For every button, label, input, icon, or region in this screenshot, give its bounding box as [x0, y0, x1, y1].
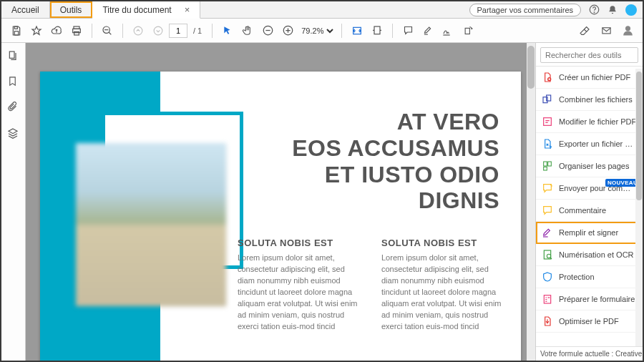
- page-up-icon[interactable]: [129, 21, 147, 40]
- svg-rect-2: [14, 26, 17, 29]
- zoom-select[interactable]: 79.2%: [298, 26, 336, 36]
- tool-item-1[interactable]: Combiner les fichiers: [536, 89, 643, 111]
- tool-icon: [542, 205, 553, 216]
- tab-document[interactable]: Titre du document ×: [92, 1, 200, 19]
- tool-label: Modifier le fichier PDF: [559, 117, 636, 126]
- tab-bar: Accueil Outils Titre du document × Parta…: [1, 1, 643, 19]
- plan-footer: Votre formule actuelle : Creative Cloud: [536, 346, 643, 361]
- fit-width-icon[interactable]: [348, 21, 366, 40]
- pdf-page: AT VERO EOS ACCUSAMUS ET IUSTO ODIO DIGN…: [40, 72, 521, 361]
- svg-rect-13: [374, 26, 380, 34]
- thumbnails-icon[interactable]: [7, 50, 20, 63]
- zoom-in-icon[interactable]: [278, 21, 297, 40]
- svg-rect-14: [465, 28, 469, 34]
- tool-item-8[interactable]: Numérisation et OCR: [536, 244, 643, 266]
- page-down-icon[interactable]: [149, 21, 167, 40]
- svg-rect-27: [544, 295, 550, 303]
- text-column-2: SOLUTA NOBIS EST Lorem ipsum dolor sit a…: [381, 238, 502, 333]
- doc-headline: AT VERO EOS ACCUSAMUS ET IUSTO ODIO DIGN…: [292, 109, 499, 214]
- tool-item-2[interactable]: Modifier le fichier PDF: [536, 111, 643, 133]
- tool-label: Protection: [559, 273, 595, 281]
- scroll-thumb[interactable]: [527, 46, 535, 89]
- tools-scroll-thumb[interactable]: [636, 72, 642, 200]
- tool-label: Optimiser le PDF: [559, 317, 619, 326]
- mail-icon[interactable]: [597, 21, 615, 40]
- tool-item-6[interactable]: Commentaire: [536, 200, 643, 222]
- bookmark-icon[interactable]: [7, 76, 20, 89]
- tool-icon: [542, 138, 553, 150]
- tool-icon: [542, 94, 553, 105]
- help-icon[interactable]: [588, 4, 600, 16]
- tool-icon: [542, 72, 553, 83]
- fit-page-icon[interactable]: [368, 21, 386, 40]
- svg-point-9: [154, 26, 162, 35]
- svg-point-16: [625, 26, 630, 31]
- photo-placeholder: [76, 143, 226, 306]
- tool-item-7[interactable]: Remplir et signer: [536, 222, 643, 244]
- tool-item-0[interactable]: Créer un fichier PDF: [536, 67, 643, 89]
- tool-icon: [542, 271, 553, 283]
- tool-item-9[interactable]: Protection: [536, 266, 643, 288]
- svg-point-1: [594, 12, 595, 13]
- star-icon[interactable]: [27, 21, 46, 40]
- tab-label: Accueil: [11, 5, 39, 15]
- tools-panel: Créer un fichier PDFCombiner les fichier…: [535, 43, 643, 361]
- profile-icon[interactable]: [618, 21, 637, 40]
- tool-item-11[interactable]: Optimiser le PDF: [536, 310, 643, 333]
- zoom-out-fit-icon[interactable]: [98, 21, 117, 40]
- svg-rect-15: [602, 28, 610, 34]
- tool-item-10[interactable]: Préparer le formulaire: [536, 288, 643, 310]
- svg-rect-23: [548, 162, 552, 166]
- svg-rect-17: [9, 52, 14, 58]
- tab-label: Outils: [60, 5, 82, 15]
- comment-icon[interactable]: [399, 21, 417, 40]
- page-count: / 1: [193, 26, 202, 35]
- save-icon[interactable]: [7, 21, 26, 40]
- zoom-out-icon[interactable]: [258, 21, 277, 40]
- toolbar: / 1 79.2%: [1, 19, 643, 43]
- svg-rect-24: [544, 167, 547, 170]
- tool-item-4[interactable]: Organiser les pages: [536, 155, 643, 177]
- tool-label: Numérisation et OCR: [559, 250, 634, 259]
- tool-icon: [542, 160, 553, 172]
- selection-tool-icon[interactable]: [218, 21, 237, 40]
- print-icon[interactable]: [67, 21, 86, 40]
- svg-point-26: [547, 254, 550, 258]
- layers-icon[interactable]: [7, 127, 20, 140]
- tab-accueil[interactable]: Accueil: [1, 1, 50, 18]
- tool-icon: [542, 249, 553, 260]
- svg-rect-22: [544, 162, 547, 166]
- hand-tool-icon[interactable]: [238, 21, 257, 40]
- svg-rect-3: [14, 31, 18, 34]
- tool-list: Créer un fichier PDFCombiner les fichier…: [536, 67, 643, 346]
- tools-scrollbar[interactable]: [635, 69, 643, 346]
- scrollbar-vertical[interactable]: [527, 43, 535, 361]
- tab-outils[interactable]: Outils: [50, 1, 93, 18]
- document-viewport[interactable]: AT VERO EOS ACCUSAMUS ET IUSTO ODIO DIGN…: [26, 43, 535, 361]
- highlighter-icon[interactable]: [419, 21, 437, 40]
- page-number-input[interactable]: [169, 24, 187, 38]
- tool-icon: [542, 227, 553, 238]
- eraser-icon[interactable]: [575, 21, 594, 40]
- rotate-icon[interactable]: [459, 21, 477, 40]
- bell-icon[interactable]: [607, 4, 618, 16]
- svg-rect-21: [544, 118, 552, 126]
- tool-label: Exporter un fichier PDF: [559, 140, 637, 148]
- svg-rect-6: [74, 31, 79, 35]
- left-rail: [1, 43, 26, 361]
- sign-icon[interactable]: [439, 21, 457, 40]
- badge-nouveau: NOUVEAU: [605, 179, 640, 187]
- tool-item-3[interactable]: Exporter un fichier PDF: [536, 133, 643, 155]
- tool-label: Commentaire: [559, 206, 606, 215]
- tool-item-5[interactable]: Envoyer pour comment…NOUVEAU: [536, 177, 643, 200]
- close-icon[interactable]: ×: [185, 4, 190, 15]
- tool-label: Préparer le formulaire: [559, 295, 635, 303]
- attachment-icon[interactable]: [7, 102, 20, 114]
- tools-search-input[interactable]: [540, 47, 638, 63]
- tool-label: Organiser les pages: [559, 162, 629, 170]
- tool-label: Remplir et signer: [559, 228, 618, 237]
- cloud-upload-icon[interactable]: [47, 21, 66, 40]
- svg-point-8: [134, 26, 142, 35]
- avatar[interactable]: [625, 4, 637, 16]
- share-feedback-button[interactable]: Partager vos commentaires: [469, 4, 582, 16]
